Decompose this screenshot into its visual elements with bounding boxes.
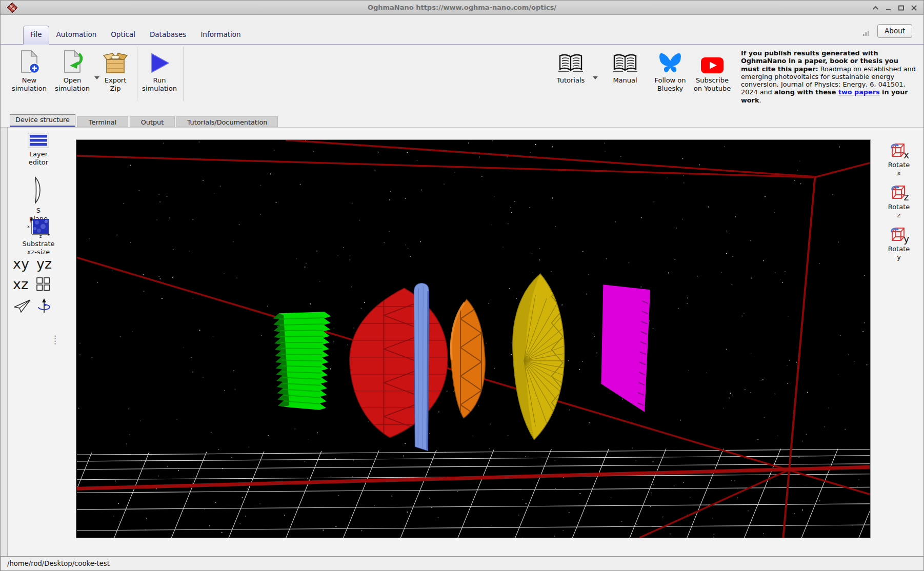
window-controls	[869, 1, 920, 15]
open-simulation-button[interactable]: Open simulation	[51, 48, 94, 92]
substrate-xz-size-icon: x z	[27, 217, 50, 238]
menu-item-databases[interactable]: Databases	[143, 26, 193, 45]
tutorials-book-icon	[548, 48, 593, 74]
device-structure-panel: Layer editor S plane x z Substrate xz-si…	[1, 127, 923, 557]
minimize-icon[interactable]	[882, 2, 895, 14]
status-bar: /home/rod/Desktop/cooke-test	[1, 556, 923, 570]
youtube-button[interactable]: Subscribe on Youtube	[689, 48, 736, 92]
rotate-x-button[interactable]: x Rotatex	[875, 142, 922, 177]
tab-terminal[interactable]: Terminal	[77, 116, 128, 127]
tab-tutorials-documentation[interactable]: Tutorials/Documentation	[176, 116, 278, 127]
view-buttons-row1: xy yz	[13, 256, 52, 272]
layer-editor-button[interactable]: Layer editor	[5, 133, 72, 166]
bluesky-butterfly-icon	[648, 48, 693, 74]
toolbar-separator	[137, 47, 137, 101]
two-papers-link[interactable]: two papers	[838, 88, 880, 96]
toolbar: New simulation Open simulation	[1, 45, 923, 114]
menu-item-automation[interactable]: Automation	[49, 26, 104, 45]
run-simulation-icon	[140, 48, 179, 74]
tutorials-button[interactable]: Tutorials	[548, 48, 593, 85]
rotate-cube-icon	[889, 142, 905, 158]
new-simulation-button[interactable]: New simulation	[8, 48, 51, 92]
about-button[interactable]: About	[877, 24, 912, 38]
new-simulation-icon	[8, 48, 51, 74]
rotate-y-button[interactable]: y Rotatey	[875, 226, 922, 261]
citation-text: If you publish results generated with Og…	[741, 49, 916, 104]
view-xy-button[interactable]: xy	[13, 256, 29, 272]
rotate-axis-icon[interactable]	[37, 298, 51, 314]
substrate-xz-size-button[interactable]: x z Substrate xz-size	[5, 217, 72, 256]
view-buttons-row2: xz	[13, 276, 50, 292]
export-zip-icon	[96, 48, 135, 74]
view-xz-button[interactable]: xz	[13, 276, 28, 292]
s-plane-button[interactable]: S plane	[5, 176, 72, 222]
maximize-icon[interactable]	[895, 2, 908, 14]
3d-scene	[76, 140, 870, 538]
tab-output[interactable]: Output	[130, 116, 175, 127]
rotate-z-button[interactable]: z Rotatez	[875, 184, 922, 219]
tab-device-structure[interactable]: Device structure	[10, 114, 75, 127]
four-view-grid-icon[interactable]	[36, 277, 50, 291]
menu-item-information[interactable]: Information	[193, 26, 248, 45]
close-icon[interactable]	[908, 2, 920, 14]
toolbar-separator	[183, 47, 184, 101]
manual-book-icon	[602, 48, 648, 74]
layer-editor-icon	[28, 133, 49, 148]
bluesky-button[interactable]: Follow on Bluesky	[648, 48, 693, 92]
menu-bar: File Automation Optical Databases Inform…	[1, 15, 923, 45]
youtube-icon	[689, 48, 736, 74]
document-tabs: Device structure Terminal Output Tutoria…	[1, 114, 923, 127]
shade-icon[interactable]	[869, 2, 882, 14]
splitter-handle[interactable]: ••••	[54, 335, 55, 345]
rotate-cube-icon	[889, 226, 905, 242]
tutorials-dropdown-icon[interactable]	[593, 76, 598, 79]
run-simulation-button[interactable]: Run simulation	[140, 48, 179, 92]
export-zip-button[interactable]: Export Zip	[96, 48, 135, 92]
svg-text:x: x	[27, 225, 30, 229]
current-path: /home/rod/Desktop/cooke-test	[7, 560, 110, 567]
menu-tabs: File Automation Optical Databases Inform…	[23, 26, 248, 45]
menu-item-optical[interactable]: Optical	[104, 26, 143, 45]
title-bar[interactable]: OghmaNano https://www.oghma-nano.com/opt…	[1, 1, 923, 15]
s-plane-icon	[31, 176, 46, 205]
open-simulation-icon	[51, 48, 94, 74]
view-buttons-row3	[14, 298, 51, 314]
rotate-cube-icon	[889, 184, 906, 200]
view-yz-button[interactable]: yz	[36, 256, 52, 272]
manual-button[interactable]: Manual	[602, 48, 648, 85]
menu-item-file[interactable]: File	[23, 26, 49, 45]
3d-viewport[interactable]	[76, 139, 871, 538]
svg-text:z: z	[39, 234, 42, 238]
app-window: OghmaNano https://www.oghma-nano.com/opt…	[0, 0, 924, 571]
window-title: OghmaNano https://www.oghma-nano.com/opt…	[1, 1, 923, 15]
resize-grip-icon	[862, 28, 870, 38]
ray-trace-icon[interactable]	[14, 299, 31, 313]
